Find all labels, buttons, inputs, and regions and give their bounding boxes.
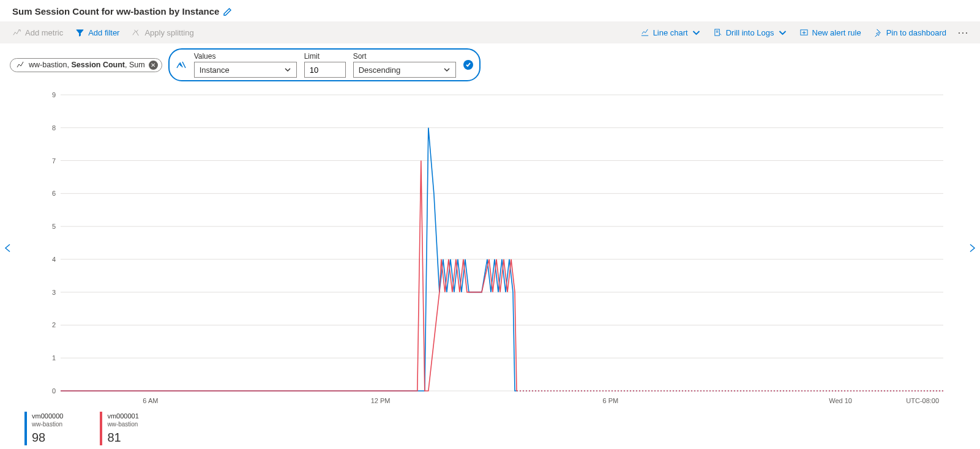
alert-icon: [799, 28, 809, 37]
legend-total: 98: [32, 429, 63, 445]
metric-icon: [17, 61, 25, 69]
chevron-down-icon: [443, 66, 451, 73]
chevron-down-icon: [284, 66, 291, 73]
split-config: Values Instance Limit Sort Descending: [168, 48, 481, 81]
legend-instance: vm000000: [32, 412, 63, 420]
metric-chip[interactable]: ww-bastion, Session Count, Sum ✕: [10, 58, 162, 72]
metrics-line-chart: 0123456789: [25, 90, 956, 396]
sort-select[interactable]: Descending: [353, 62, 456, 78]
line-chart-icon: [640, 28, 649, 37]
add-metric-icon: [12, 28, 21, 37]
next-timerange-button[interactable]: [967, 243, 978, 256]
add-filter-button[interactable]: Add filter: [70, 26, 124, 40]
svg-text:0: 0: [51, 387, 55, 395]
drill-logs-dropdown[interactable]: Drill into Logs: [708, 26, 792, 40]
new-alert-button[interactable]: New alert rule: [795, 26, 866, 40]
logs-icon: [713, 28, 722, 37]
svg-text:7: 7: [51, 157, 55, 165]
svg-text:2: 2: [51, 321, 55, 328]
legend-instance: vm000001: [107, 412, 138, 420]
x-axis-labels: UTC-08:00 6 AM12 PM6 PMWed 10: [36, 397, 956, 408]
remove-metric-icon[interactable]: ✕: [149, 61, 158, 70]
sort-label: Sort: [353, 52, 456, 61]
svg-text:5: 5: [51, 223, 55, 230]
timezone-label: UTC-08:00: [906, 397, 939, 404]
svg-text:4: 4: [51, 256, 55, 263]
legend-item[interactable]: vm000000ww-bastion98: [24, 412, 63, 445]
x-tick-label: 6 PM: [603, 397, 619, 404]
split-icon: [132, 28, 141, 37]
svg-text:1: 1: [51, 354, 55, 362]
legend-resource: ww-bastion: [32, 420, 63, 428]
legend-total: 81: [107, 429, 138, 445]
svg-text:9: 9: [51, 91, 55, 98]
prev-timerange-button[interactable]: [2, 243, 13, 256]
x-tick-label: 6 AM: [143, 397, 158, 404]
split-series-icon: [176, 59, 187, 70]
pin-icon: [873, 28, 883, 37]
add-metric-button[interactable]: Add metric: [7, 26, 68, 40]
edit-title-icon[interactable]: [223, 7, 233, 17]
x-tick-label: 12 PM: [371, 397, 391, 404]
check-icon: [465, 62, 471, 68]
chevron-down-icon: [778, 28, 787, 37]
chevron-down-icon: [692, 28, 701, 37]
values-label: Values: [194, 52, 297, 61]
apply-split-button[interactable]: [463, 60, 473, 70]
chart-toolbar: Add metric Add filter Apply splitting Li…: [0, 21, 980, 43]
x-tick-label: Wed 10: [829, 397, 852, 404]
filter-icon: [75, 28, 84, 37]
legend-item[interactable]: vm000001ww-bastion81: [100, 412, 138, 445]
svg-text:6: 6: [51, 190, 55, 197]
legend-resource: ww-bastion: [107, 420, 138, 428]
values-select[interactable]: Instance: [194, 62, 297, 78]
chart-legend: vm000000ww-bastion98vm000001ww-bastion81: [0, 408, 980, 449]
limit-label: Limit: [304, 52, 346, 61]
svg-text:3: 3: [51, 289, 55, 296]
limit-input[interactable]: [304, 62, 346, 78]
page-title: Sum Session Count for ww-bastion by Inst…: [12, 6, 219, 17]
chart-type-dropdown[interactable]: Line chart: [635, 26, 706, 40]
pin-button[interactable]: Pin to dashboard: [869, 26, 951, 40]
apply-splitting-button[interactable]: Apply splitting: [127, 26, 198, 40]
more-menu-button[interactable]: ⋯: [954, 26, 973, 39]
svg-text:8: 8: [51, 124, 55, 132]
